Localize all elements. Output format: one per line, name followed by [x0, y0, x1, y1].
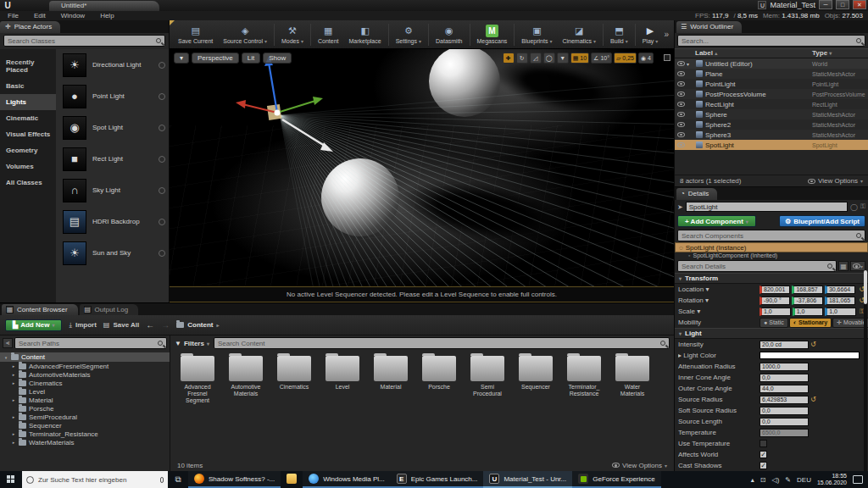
camera-speed-button[interactable]: ◉4: [638, 53, 654, 64]
reset-to-default-icon[interactable]: ↺: [810, 396, 816, 403]
folder-tile-porsche[interactable]: Porsche: [419, 356, 459, 391]
tab-place-actors[interactable]: ✛ Place Actors: [0, 21, 60, 33]
lit-mode-button[interactable]: Lit: [242, 53, 260, 64]
scale-y-field[interactable]: 1,0: [793, 308, 824, 316]
taskbar-app-epic[interactable]: EEpic Games Launch...: [391, 471, 484, 488]
outliner-row-sphere3[interactable]: Sphere3StaticMeshActor: [675, 130, 868, 140]
scale-snap-button[interactable]: ▱0,25: [614, 53, 637, 64]
details-scrollbar[interactable]: [864, 270, 867, 304]
outliner-row-pointlight[interactable]: PointLightPointLight: [675, 79, 868, 89]
location-x-field[interactable]: 820,001: [760, 286, 790, 294]
cast-shadows-checkbox[interactable]: ✓: [760, 462, 767, 469]
outliner-row-postprocessvolume[interactable]: PostProcessVolumePostProcessVolume: [675, 89, 868, 99]
megascans-button[interactable]: MMegascans: [472, 21, 513, 48]
category-all-classes[interactable]: All Classes: [0, 175, 56, 191]
mobility-movable-button[interactable]: ✛Movable: [832, 318, 868, 328]
outliner-row-untitled-editor-[interactable]: ▾Untitled (Editor)World: [675, 58, 868, 69]
expander-icon[interactable]: ▸: [11, 363, 16, 369]
folder-tile-advanced-fresnel-segment[interactable]: Advanced Fresnel Segment: [177, 356, 218, 404]
toolbar-overflow-button[interactable]: »: [664, 30, 674, 39]
add-new-button[interactable]: ▙ Add New▾: [5, 319, 62, 331]
affects-world-checkbox[interactable]: ✓: [760, 451, 767, 458]
category-geometry[interactable]: Geometry: [0, 142, 56, 158]
tree-item-semiprocedural[interactable]: ▸SemiProcedural: [0, 413, 170, 421]
tree-item-porsche[interactable]: Porsche: [0, 404, 170, 413]
rotation-x-field[interactable]: -90,0 °: [760, 297, 790, 305]
taskbar-app-firefox[interactable]: Shadow Softness? -...: [188, 471, 281, 488]
component-inherited-row[interactable]: ◦ SpotLightComponent (Inherited): [675, 252, 868, 259]
language-indicator[interactable]: DEU: [797, 476, 811, 484]
folder-tile-level[interactable]: Level: [322, 356, 363, 391]
visibility-eye-icon[interactable]: [675, 122, 687, 128]
visibility-eye-icon[interactable]: [675, 132, 687, 138]
tree-item-sequencer[interactable]: Sequencer: [0, 421, 170, 430]
marketplace-button[interactable]: ◧Marketplace: [344, 21, 387, 48]
expander-icon[interactable]: ▸: [11, 440, 16, 445]
tab-details[interactable]: ◔ Details: [676, 188, 717, 200]
intensity-field[interactable]: 20,0 cd: [760, 341, 809, 349]
menu-edit[interactable]: Edit: [26, 12, 53, 19]
visibility-eye-icon[interactable]: [675, 112, 687, 118]
actor-item-point-light[interactable]: ●Point Light: [56, 80, 169, 112]
category-volumes[interactable]: Volumes: [0, 158, 56, 175]
mobility-static-button[interactable]: ●Static: [760, 318, 788, 328]
viewport-layout-button[interactable]: [664, 54, 670, 61]
rotation-snap-button[interactable]: ∠10°: [591, 53, 612, 64]
taskbar-app-geforce[interactable]: GeForce Experience: [572, 471, 660, 488]
location-z-field[interactable]: 30,6664: [825, 286, 855, 294]
attenuation-radius-field[interactable]: 1000,0: [760, 363, 809, 371]
save-all-button[interactable]: ▤ Save All: [103, 321, 139, 329]
menu-help[interactable]: Help: [92, 12, 121, 19]
tree-item-material[interactable]: ▸Material: [0, 396, 170, 404]
viewport-options-dropdown[interactable]: ▾: [174, 53, 189, 64]
notification-center-icon[interactable]: [853, 475, 863, 484]
tab-world-outliner[interactable]: ☰ World Outliner: [676, 21, 742, 33]
folder-tile-material[interactable]: Material: [370, 356, 411, 391]
actor-item-hdri-backdrop[interactable]: ▤HDRI Backdrop: [56, 206, 169, 237]
reset-to-default-icon[interactable]: ↺: [810, 341, 816, 348]
folder-tile-sequencer[interactable]: Sequencer: [515, 356, 556, 391]
add-component-button[interactable]: + Add Component▾: [677, 215, 756, 227]
blueprints-button[interactable]: ▣Blueprints▾: [516, 21, 557, 48]
outliner-row-spotlight[interactable]: SpotLightSpotLight: [675, 140, 868, 150]
search-content-input[interactable]: Search Content: [214, 337, 670, 349]
expander-icon[interactable]: ▸: [11, 397, 16, 402]
tray-chevron-icon[interactable]: ▴: [751, 476, 754, 484]
blueprint-add-script-button[interactable]: ⚙ Blueprint/Add Script: [779, 215, 865, 227]
sources-toggle-icon[interactable]: ⫷: [3, 338, 13, 348]
content-button[interactable]: ▦Content: [313, 21, 344, 48]
tree-item-content[interactable]: ▾Content: [0, 352, 170, 362]
taskbar-search-input[interactable]: Zur Suche Text hier eingeben: [22, 471, 168, 488]
transform-section-header[interactable]: ▾Transform: [675, 273, 868, 284]
light-section-header[interactable]: ▾Light: [675, 328, 868, 339]
lock-icon[interactable]: ⚿: [860, 202, 865, 211]
outliner-header[interactable]: Label ▴ Type ▾: [675, 48, 868, 58]
visibility-eye-icon[interactable]: [675, 142, 687, 148]
tree-item-watermaterials[interactable]: ▸WaterMaterials: [0, 438, 170, 446]
tree-item-automotivematerials[interactable]: ▸AutomotiveMaterials: [0, 370, 170, 379]
tab-content-browser[interactable]: ▦ Content Browser: [2, 304, 78, 315]
rotation-y-field[interactable]: -37,806: [792, 297, 822, 305]
actor-item-spot-light[interactable]: ◉Spot Light: [56, 112, 169, 143]
light-color-swatch[interactable]: [760, 352, 860, 359]
category-lights[interactable]: Lights: [0, 94, 56, 110]
component-instance-row[interactable]: ◌ SpotLight (Instance): [675, 242, 868, 252]
visibility-eye-icon[interactable]: [675, 71, 687, 77]
tree-item-terminator_resistance[interactable]: ▸Terminator_Resistance: [0, 430, 170, 438]
settings-button[interactable]: ⚙Settings▾: [391, 21, 426, 48]
menu-file[interactable]: File: [0, 12, 26, 19]
nav-back-button[interactable]: ←: [146, 320, 154, 330]
category-basic[interactable]: Basic: [0, 78, 56, 94]
expander-icon[interactable]: ▾: [687, 61, 693, 67]
scale-tool-button[interactable]: ◿: [530, 53, 542, 64]
show-button[interactable]: Show: [263, 53, 292, 64]
source-length-field[interactable]: 0,0: [760, 418, 809, 426]
visibility-eye-icon[interactable]: [675, 102, 687, 108]
cinematics-button[interactable]: ◪Cinematics▾: [557, 21, 601, 48]
category-cinematic[interactable]: Cinematic: [0, 110, 56, 126]
grid-snap-button[interactable]: ▦10: [570, 53, 589, 64]
search-components-input[interactable]: Search Components: [677, 230, 865, 241]
level-tab[interactable]: Untitled*: [49, 1, 159, 11]
outliner-row-rectlight[interactable]: RectLightRectLight: [675, 99, 868, 109]
folder-tile-automotive-materials[interactable]: Automotive Materials: [225, 356, 266, 397]
